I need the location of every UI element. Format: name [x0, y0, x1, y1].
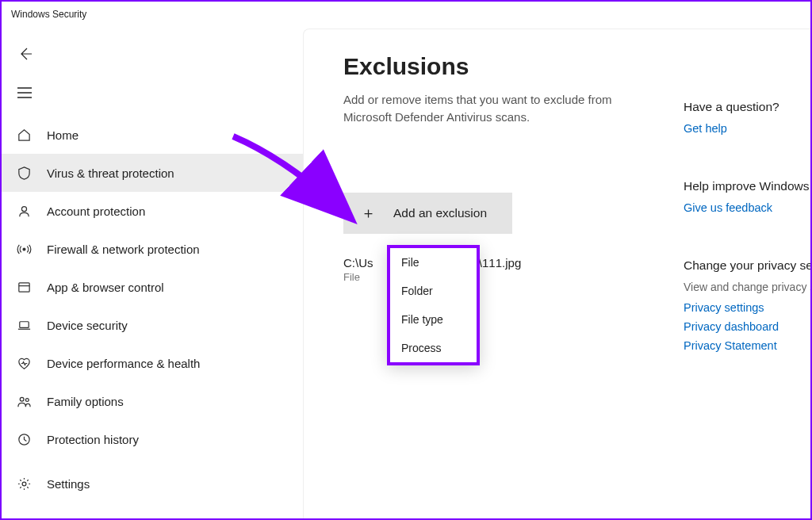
dropdown-item-folder[interactable]: Folder	[390, 277, 477, 305]
feedback-link[interactable]: Give us feedback	[684, 201, 810, 214]
dropdown-item-file[interactable]: File	[390, 248, 477, 277]
svg-point-0	[21, 206, 26, 211]
page-title: Exclusions	[343, 53, 810, 80]
sidebar-item-app-browser[interactable]: App & browser control	[2, 268, 303, 306]
sidebar-item-account[interactable]: Account protection	[2, 192, 303, 230]
sidebar: Home Virus & threat protection Account p…	[2, 116, 303, 458]
titlebar: Windows Security	[2, 2, 810, 27]
dropdown-item-filetype[interactable]: File type	[390, 305, 477, 334]
sidebar-item-label: Virus & threat protection	[47, 166, 174, 180]
dropdown-item-process[interactable]: Process	[390, 334, 477, 362]
sidebar-item-virus-threat[interactable]: Virus & threat protection	[2, 154, 303, 192]
shield-icon	[16, 165, 32, 181]
gear-icon	[16, 476, 32, 491]
sidebar-item-firewall[interactable]: Firewall & network protection	[2, 230, 303, 268]
sidebar-item-settings[interactable]: Settings	[2, 465, 303, 503]
rail-privacy: Change your privacy settings View and ch…	[684, 258, 810, 352]
history-icon	[16, 431, 32, 447]
sidebar-item-family[interactable]: Family options	[2, 382, 303, 420]
privacy-settings-link[interactable]: Privacy settings	[684, 301, 810, 314]
rail-heading: Have a question?	[684, 100, 810, 114]
rail-improve: Help improve Windows Security Give us fe…	[684, 179, 810, 214]
sidebar-item-label: Home	[47, 128, 79, 142]
person-icon	[16, 203, 32, 219]
svg-point-4	[20, 397, 24, 401]
sidebar-item-label: Family options	[47, 395, 124, 408]
people-icon	[16, 393, 32, 409]
back-arrow-icon	[17, 46, 33, 62]
heart-icon	[16, 355, 32, 371]
page-description: Add or remove items that you want to exc…	[343, 91, 629, 126]
get-help-link[interactable]: Get help	[684, 122, 810, 135]
rail-heading: Change your privacy settings	[684, 258, 810, 273]
sidebar-item-home[interactable]: Home	[2, 116, 303, 154]
sidebar-item-label: Account protection	[47, 205, 145, 218]
laptop-icon	[16, 317, 32, 333]
sidebar-item-history[interactable]: Protection history	[2, 420, 303, 458]
back-button[interactable]	[17, 46, 33, 65]
sidebar-item-performance[interactable]: Device performance & health	[2, 344, 303, 382]
svg-rect-3	[19, 321, 28, 327]
window-icon	[16, 279, 32, 295]
privacy-dashboard-link[interactable]: Privacy dashboard	[684, 320, 810, 333]
rail-heading: Help improve Windows Security	[684, 179, 810, 193]
sidebar-item-label: Protection history	[47, 433, 139, 446]
privacy-statement-link[interactable]: Privacy Statement	[684, 339, 810, 352]
home-icon	[16, 127, 32, 143]
antenna-icon	[16, 241, 32, 257]
svg-point-1	[23, 248, 25, 250]
add-exclusion-dropdown: File Folder File type Process	[387, 245, 480, 365]
svg-point-5	[25, 398, 29, 401]
plus-icon: ＋	[361, 203, 376, 224]
sidebar-item-label: Device performance & health	[47, 357, 200, 370]
right-rail: Have a question? Get help Help improve W…	[684, 100, 810, 396]
window-title: Windows Security	[11, 9, 86, 20]
sidebar-item-label: Firewall & network protection	[47, 243, 200, 256]
svg-rect-2	[18, 282, 29, 291]
rail-text: View and change privacy settings for you…	[684, 281, 810, 293]
add-exclusion-button[interactable]: ＋ Add an exclusion	[343, 193, 512, 234]
sidebar-item-label: Device security	[47, 319, 128, 332]
add-exclusion-label: Add an exclusion	[393, 206, 487, 220]
sidebar-item-label: Settings	[47, 477, 90, 491]
hamburger-icon	[17, 87, 32, 98]
sidebar-item-label: App & browser control	[47, 281, 164, 294]
svg-point-7	[22, 482, 26, 486]
rail-question: Have a question? Get help	[684, 100, 810, 135]
sidebar-item-device-security[interactable]: Device security	[2, 306, 303, 344]
menu-button[interactable]	[17, 87, 32, 101]
